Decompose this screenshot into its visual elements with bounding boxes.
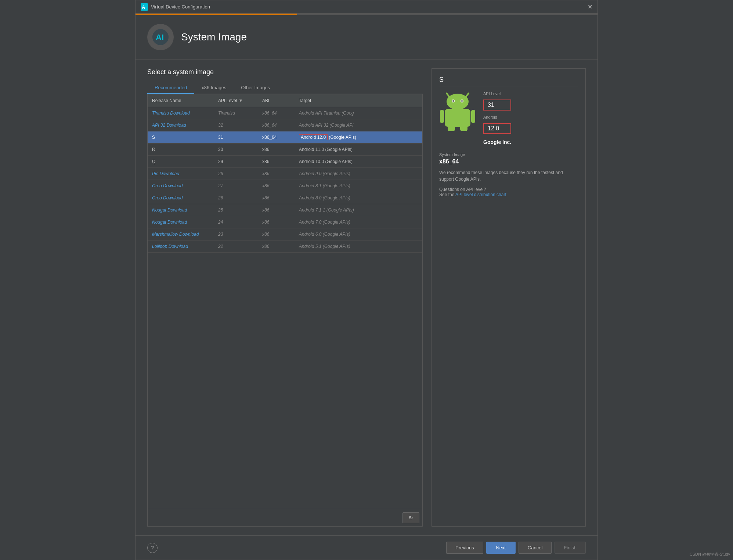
section-title: Select a system image xyxy=(147,68,423,76)
target: Android 7.1.1 (Google APIs) xyxy=(295,204,422,216)
main-content: Select a system image Recommended x86 Im… xyxy=(136,59,597,535)
release-name: Oreo Download xyxy=(148,192,214,204)
table-header: Release Name API Level ▼ ABI Target xyxy=(148,94,422,107)
release-name: R xyxy=(148,144,214,155)
target: Android 7.0 (Google APIs) xyxy=(295,216,422,228)
api-level: 29 xyxy=(214,156,258,167)
abi: x86_64 xyxy=(258,107,295,119)
release-name: Nougat Download xyxy=(148,204,214,216)
table-row[interactable]: Nougat Download 24 x86 Android 7.0 (Goog… xyxy=(148,216,422,228)
footer-bar: ? Previous Next Cancel Finish xyxy=(136,535,597,560)
api-distribution-link[interactable]: API level distribution chart xyxy=(455,192,506,197)
cancel-button[interactable]: Cancel xyxy=(519,542,552,554)
table-row[interactable]: API 32 Download 32 x86_64 Android API 32… xyxy=(148,119,422,131)
table-row[interactable]: Nougat Download 25 x86 Android 7.1.1 (Go… xyxy=(148,204,422,216)
right-panel: S xyxy=(432,68,586,527)
api-level: 24 xyxy=(214,216,258,228)
target: Android 8.0 (Google APIs) xyxy=(295,192,422,204)
abi: x86 xyxy=(258,168,295,180)
table-row[interactable]: Pie Download 26 x86 Android 9.0 (Google … xyxy=(148,168,422,180)
api-level: 31 xyxy=(214,131,258,143)
target: Android 8.1 (Google APIs) xyxy=(295,180,422,192)
table-row[interactable]: Q 29 x86 Android 10.0 (Google APIs) xyxy=(148,156,422,168)
svg-rect-15 xyxy=(460,124,467,131)
release-name: Oreo Download xyxy=(148,180,214,192)
table-footer: ↻ xyxy=(148,509,422,526)
table-row[interactable]: Oreo Download 26 x86 Android 8.0 (Google… xyxy=(148,192,422,204)
abi: x86 xyxy=(258,156,295,167)
header-icon: AI xyxy=(147,24,174,50)
release-name: S xyxy=(148,131,214,143)
svg-rect-12 xyxy=(440,110,444,123)
abi: x86 xyxy=(258,144,295,155)
system-image-label: System Image xyxy=(439,152,578,157)
col-abi: ABI xyxy=(258,94,295,107)
description-text: We recommend these images because they r… xyxy=(439,169,578,183)
footer-left: ? xyxy=(147,543,158,553)
release-name: API 32 Download xyxy=(148,119,214,131)
svg-rect-13 xyxy=(471,110,475,123)
left-panel: Select a system image Recommended x86 Im… xyxy=(147,68,423,527)
page-title: System Image xyxy=(181,31,247,43)
table-row[interactable]: Oreo Download 27 x86 Android 8.1 (Google… xyxy=(148,180,422,192)
abi: x86_64 xyxy=(258,131,295,143)
target: Android 6.0 (Google APIs) xyxy=(295,228,422,240)
abi: x86 xyxy=(258,241,295,252)
table-row[interactable]: Tiramisu Download Tiramisu x86_64 Androi… xyxy=(148,107,422,119)
info-details: API Level 31 Android 12.0 Google Inc. xyxy=(483,91,511,147)
release-name: Marshmallow Download xyxy=(148,228,214,240)
app-icon: A xyxy=(141,3,148,11)
target: Android 9.0 (Google APIs) xyxy=(295,168,422,180)
api-level: Tiramisu xyxy=(214,107,258,119)
watermark: CSDN @初学者-Study xyxy=(690,552,730,557)
android-label: Android xyxy=(483,115,511,119)
titlebar: A Virtual Device Configuration ✕ xyxy=(136,0,597,14)
help-button[interactable]: ? xyxy=(147,543,158,553)
api-level: 26 xyxy=(214,168,258,180)
progress-bar-container xyxy=(136,14,597,15)
footer-right: Previous Next Cancel Finish xyxy=(446,542,586,554)
table-body: Tiramisu Download Tiramisu x86_64 Androi… xyxy=(148,107,422,509)
api-level-value: 31 xyxy=(483,100,511,111)
api-level-label: API Level xyxy=(483,91,511,96)
next-button[interactable]: Next xyxy=(486,542,516,554)
android-robot-icon xyxy=(439,91,476,132)
table-row[interactable]: S 31 x86_64 Android 12.0 (Google APIs) xyxy=(148,131,422,144)
previous-button[interactable]: Previous xyxy=(446,542,483,554)
api-level: 30 xyxy=(214,144,258,155)
release-name: Pie Download xyxy=(148,168,214,180)
tab-x86-images[interactable]: x86 Images xyxy=(194,82,234,94)
release-name: Q xyxy=(148,156,214,167)
main-window: A Virtual Device Configuration ✕ AI Syst… xyxy=(135,0,598,560)
svg-rect-11 xyxy=(445,109,470,127)
target: Android API Tiramisu (Goog xyxy=(295,107,422,119)
svg-rect-14 xyxy=(448,124,455,131)
progress-bar-fill xyxy=(136,14,297,15)
api-level: 27 xyxy=(214,180,258,192)
svg-point-6 xyxy=(447,94,469,110)
android-logo-area: API Level 31 Android 12.0 Google Inc. xyxy=(439,91,578,147)
svg-point-10 xyxy=(461,100,463,102)
header-section: AI System Image xyxy=(136,15,597,59)
android-studio-icon: AI xyxy=(151,28,170,46)
refresh-button[interactable]: ↻ xyxy=(402,512,419,523)
finish-button[interactable]: Finish xyxy=(555,542,586,554)
api-level: 32 xyxy=(214,119,258,131)
api-level: 26 xyxy=(214,192,258,204)
target: Android API 32 (Google API xyxy=(295,119,422,131)
abi: x86 xyxy=(258,192,295,204)
col-api[interactable]: API Level ▼ xyxy=(214,94,258,107)
svg-text:AI: AI xyxy=(156,33,164,42)
close-button[interactable]: ✕ xyxy=(588,3,592,10)
table-row[interactable]: Lollipop Download 22 x86 Android 5.1 (Go… xyxy=(148,241,422,253)
api-level: 22 xyxy=(214,241,258,252)
tab-recommended[interactable]: Recommended xyxy=(147,82,194,94)
svg-point-9 xyxy=(452,100,454,102)
tabs-container: Recommended x86 Images Other Images xyxy=(147,82,423,94)
col-release: Release Name xyxy=(148,94,214,107)
image-table: Release Name API Level ▼ ABI Target Tira… xyxy=(147,94,423,527)
table-row[interactable]: R 30 x86 Android 11.0 (Google APIs) xyxy=(148,144,422,156)
table-row[interactable]: Marshmallow Download 23 x86 Android 6.0 … xyxy=(148,228,422,241)
tab-other-images[interactable]: Other Images xyxy=(234,82,277,94)
abi: x86 xyxy=(258,204,295,216)
